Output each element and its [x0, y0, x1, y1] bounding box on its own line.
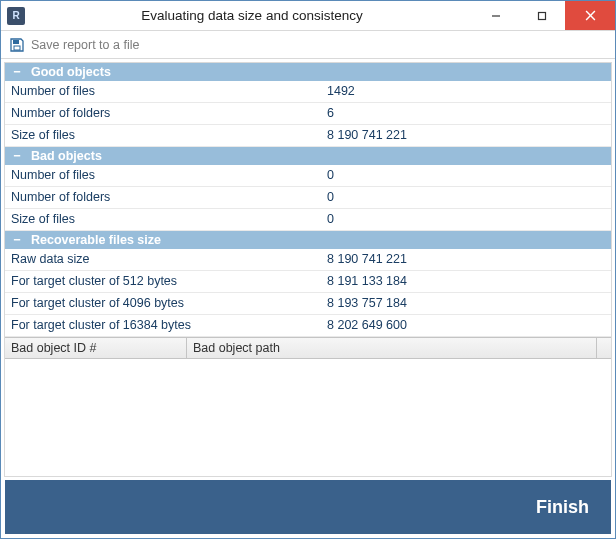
good-folders-row: Number of folders 6 [5, 103, 611, 125]
collapse-icon[interactable]: − [11, 65, 23, 79]
row-value: 0 [327, 189, 605, 206]
save-report-button[interactable]: Save report to a file [31, 38, 139, 52]
svg-rect-1 [539, 12, 546, 19]
row-value: 0 [327, 211, 605, 228]
bad-size-row: Size of files 0 [5, 209, 611, 231]
finish-button[interactable]: Finish [536, 497, 589, 518]
column-spacer [597, 338, 611, 358]
section-bad-header[interactable]: − Bad objects [5, 147, 611, 165]
title-bar: R Evaluating data size and consistency [1, 1, 615, 31]
row-label: Size of files [11, 211, 327, 228]
collapse-icon[interactable]: − [11, 233, 23, 247]
recoverable-512-row: For target cluster of 512 bytes 8 191 13… [5, 271, 611, 293]
row-label: Size of files [11, 127, 327, 144]
toolbar: Save report to a file [1, 31, 615, 59]
column-bad-id[interactable]: Bad object ID # [5, 338, 187, 358]
section-good-title: Good objects [31, 65, 111, 79]
maximize-button[interactable] [519, 1, 565, 30]
row-value: 6 [327, 105, 605, 122]
app-icon: R [7, 7, 25, 25]
minimize-button[interactable] [473, 1, 519, 30]
row-value: 8 190 741 221 [327, 251, 605, 268]
bad-objects-grid-body [5, 359, 611, 476]
svg-rect-4 [13, 40, 19, 44]
row-value: 8 190 741 221 [327, 127, 605, 144]
row-label: For target cluster of 512 bytes [11, 273, 327, 290]
good-files-row: Number of files 1492 [5, 81, 611, 103]
row-value: 8 193 757 184 [327, 295, 605, 312]
collapse-icon[interactable]: − [11, 149, 23, 163]
section-recoverable-title: Recoverable files size [31, 233, 161, 247]
column-bad-path[interactable]: Bad object path [187, 338, 597, 358]
good-size-row: Size of files 8 190 741 221 [5, 125, 611, 147]
report-content: − Good objects Number of files 1492 Numb… [4, 62, 612, 477]
row-label: Number of folders [11, 189, 327, 206]
row-value: 8 202 649 600 [327, 317, 605, 334]
recoverable-4096-row: For target cluster of 4096 bytes 8 193 7… [5, 293, 611, 315]
recoverable-16384-row: For target cluster of 16384 bytes 8 202 … [5, 315, 611, 337]
svg-rect-5 [14, 46, 20, 50]
row-label: For target cluster of 4096 bytes [11, 295, 327, 312]
window-controls [473, 1, 615, 30]
window-title: Evaluating data size and consistency [31, 8, 473, 23]
row-label: Number of files [11, 167, 327, 184]
row-label: For target cluster of 16384 bytes [11, 317, 327, 334]
row-value: 0 [327, 167, 605, 184]
row-value: 1492 [327, 83, 605, 100]
row-label: Raw data size [11, 251, 327, 268]
recoverable-raw-row: Raw data size 8 190 741 221 [5, 249, 611, 271]
bad-files-row: Number of files 0 [5, 165, 611, 187]
save-icon[interactable] [9, 37, 25, 53]
bad-objects-grid-header: Bad object ID # Bad object path [5, 337, 611, 359]
section-recoverable-header[interactable]: − Recoverable files size [5, 231, 611, 249]
section-good-header[interactable]: − Good objects [5, 63, 611, 81]
row-value: 8 191 133 184 [327, 273, 605, 290]
section-bad-title: Bad objects [31, 149, 102, 163]
bad-folders-row: Number of folders 0 [5, 187, 611, 209]
row-label: Number of folders [11, 105, 327, 122]
footer-bar: Finish [5, 480, 611, 534]
close-button[interactable] [565, 1, 615, 30]
dialog-window: R Evaluating data size and consistency S… [0, 0, 616, 539]
row-label: Number of files [11, 83, 327, 100]
